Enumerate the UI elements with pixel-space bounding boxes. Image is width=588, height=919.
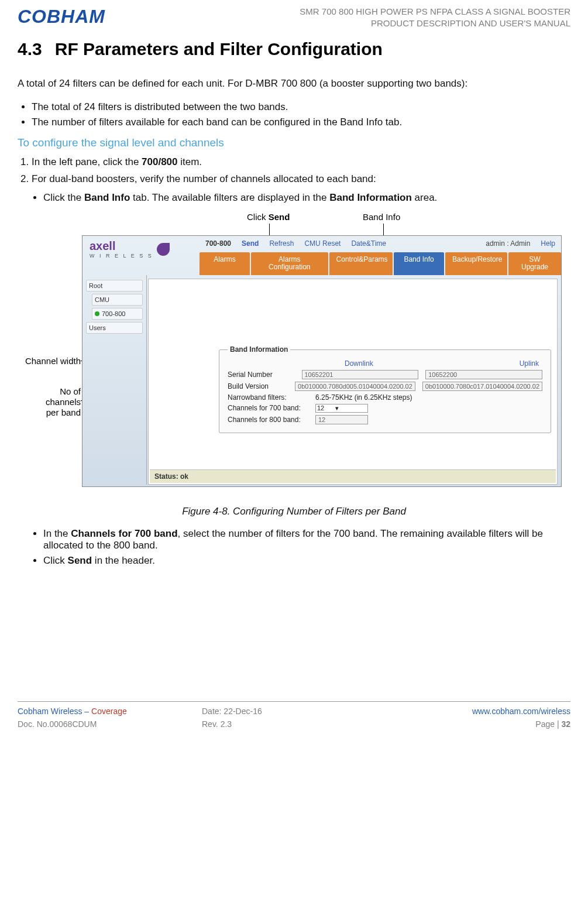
status-bar: Status: ok [150, 469, 556, 483]
section-number: 4.3 [18, 39, 42, 59]
serial-number-label: Serial Number [228, 371, 302, 379]
channels-800-label: Channels for 800 band: [228, 416, 315, 424]
callout-channels-per-band: No of channels per band [18, 386, 81, 418]
narrowband-label: Narrowband filters: [228, 393, 315, 402]
tab-band-info[interactable]: Band Info [394, 252, 444, 275]
list-item: In the Channels for 700 band, select the… [43, 528, 570, 551]
doc-title-line1: SMR 700 800 HIGH POWER PS NFPA CLASS A S… [300, 6, 570, 18]
list-item: Click the Band Info tab. The available f… [43, 192, 570, 204]
channels-700-select[interactable]: 12 ▾ [315, 404, 368, 413]
section-heading: 4.3RF Parameters and Filter Configuratio… [18, 39, 570, 59]
status-dot-icon [95, 311, 99, 316]
intro-paragraph: A total of 24 filters can be defined for… [18, 77, 570, 91]
list-item: Click Send in the header. [43, 555, 570, 567]
list-item: The total of 24 filters is distributed b… [32, 101, 570, 113]
tab-alarms[interactable]: Alarms [200, 252, 250, 275]
help-link[interactable]: Help [541, 239, 555, 248]
text: channels [18, 397, 81, 407]
text: In the left pane, click the [32, 156, 142, 167]
tree-item-cmu[interactable]: CMU [92, 294, 143, 306]
top-band-label: 700-800 [205, 239, 231, 248]
tree-item-users[interactable]: Users [86, 322, 143, 334]
channels-800-value: 12 [315, 415, 368, 424]
text: Band Info [84, 192, 130, 203]
footer-page: Page | 32 [386, 719, 570, 729]
step-2-sub-bullets: Click the Band Info tab. The available f… [18, 192, 570, 204]
text: Send [269, 212, 290, 222]
footer-rev: Rev. 2.3 [202, 719, 386, 729]
doc-title-block: SMR 700 800 HIGH POWER PS NFPA CLASS A S… [300, 6, 570, 29]
text: 700/800 [142, 156, 177, 167]
screenshot-band-info: axell W I R E L E S S 700-800 Send Refre… [82, 235, 562, 487]
section-title: RF Parameters and Filter Configuration [55, 39, 383, 59]
brand-logo: COBHAM [18, 6, 105, 28]
page-number: 32 [561, 719, 570, 729]
callout-band-info: Band Info [363, 212, 400, 222]
tab-alarms-config[interactable]: Alarms Configuration [251, 252, 328, 275]
band-information-panel: Band Information Downlink Uplink Serial … [219, 349, 551, 433]
text: In the [43, 528, 71, 539]
text: in the header. [92, 555, 155, 566]
text: Coverage [91, 707, 127, 716]
procedure-steps: In the left pane, click the 700/800 item… [18, 155, 570, 187]
main-content-area: Band Information Downlink Uplink Serial … [148, 279, 558, 485]
build-version-ul: 0b010000.7080c017.01040004.0200.02 [422, 382, 542, 391]
intro-bullet-list: The total of 24 filters is distributed b… [18, 101, 570, 128]
figure-4-8: Click Send Band Info Channel width No of… [18, 212, 570, 499]
callout-channel-width: Channel width [18, 356, 81, 366]
callout-click-send: Click Send [247, 212, 290, 222]
doc-title-line2: PRODUCT DESCRIPTION AND USER'S MANUAL [300, 18, 570, 29]
post-figure-bullets: In the Channels for 700 band, select the… [18, 528, 570, 567]
narrowband-value: 6.25-75KHz (in 6.25KHz steps) [315, 393, 412, 402]
text: – [82, 707, 91, 716]
figure-caption: Figure 4-8. Configuring Number of Filter… [18, 506, 570, 517]
channels-700-label: Channels for 700 band: [228, 404, 315, 412]
text: Click [43, 555, 68, 566]
tree-item-root[interactable]: Root [86, 280, 143, 292]
app-logo-text: axell [90, 239, 115, 252]
procedure-heading: To configure the signal level and channe… [18, 136, 570, 149]
text: tab. The available filters are displayed… [130, 192, 329, 203]
col-uplink: Uplink [520, 359, 539, 368]
app-logo-icon [157, 243, 170, 256]
footer-brand: Cobham Wireless – Coverage [18, 707, 202, 716]
tab-control-params[interactable]: Control&Params [329, 252, 393, 275]
admin-label: admin : Admin [486, 239, 530, 248]
step-1: In the left pane, click the 700/800 item… [32, 155, 570, 169]
text: Send [68, 555, 92, 566]
footer-doc-no: Doc. No.00068CDUM [18, 719, 202, 729]
text: Click [247, 212, 269, 222]
text: No of [18, 386, 81, 397]
app-logo-subtext: W I R E L E S S [90, 253, 153, 259]
footer-date: Date: 22-Dec-16 [202, 707, 386, 716]
cmu-reset-link[interactable]: CMU Reset [304, 239, 341, 248]
list-item: The number of filters available for each… [32, 116, 570, 128]
text: 700-800 [102, 310, 125, 317]
panel-title: Band Information [228, 345, 290, 354]
text: area. [412, 192, 437, 203]
step-2: For dual-band boosters, verify the numbe… [32, 172, 570, 186]
sidebar-tree: Root CMU 700-800 Users [82, 275, 147, 485]
text: Cobham Wireless [18, 707, 82, 716]
footer-url: www.cobham.com/wireless [386, 707, 570, 716]
page-footer: Cobham Wireless – Coverage Date: 22-Dec-… [18, 701, 570, 729]
col-downlink: Downlink [345, 359, 373, 368]
build-version-label: Build Version [228, 382, 295, 390]
date-time-link[interactable]: Date&Time [351, 239, 386, 248]
tab-backup-restore[interactable]: Backup/Restore [445, 252, 507, 275]
refresh-link[interactable]: Refresh [269, 239, 294, 248]
serial-number-dl: 10652201 [302, 370, 419, 379]
text: per band [18, 407, 81, 418]
text: Band Information [329, 192, 412, 203]
text: item. [178, 156, 202, 167]
text: 12 [317, 404, 324, 412]
text: Click the [43, 192, 84, 203]
serial-number-ul: 10652200 [425, 370, 542, 379]
app-logo: axell W I R E L E S S [90, 239, 170, 259]
tree-item-700-800[interactable]: 700-800 [92, 308, 143, 320]
tab-sw-upgrade[interactable]: SW Upgrade [508, 252, 561, 275]
text: Channels for 700 band [71, 528, 177, 539]
text: Page | [535, 719, 561, 729]
build-version-dl: 0b010000.7080d005.01040004.0200.02 [295, 382, 415, 391]
send-link[interactable]: Send [242, 239, 259, 248]
